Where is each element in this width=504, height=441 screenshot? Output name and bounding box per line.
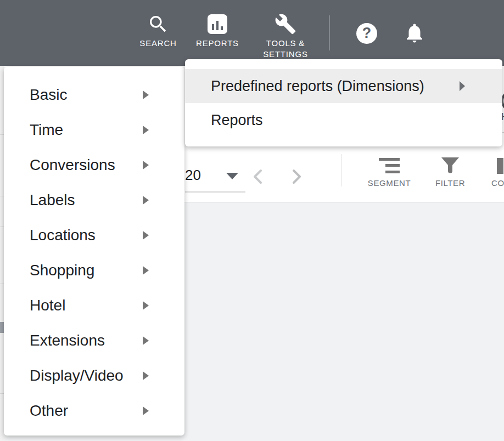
- chevron-right-icon: [289, 168, 304, 185]
- previous-page-button[interactable]: [247, 166, 269, 188]
- columns-button[interactable]: COLUMNS: [491, 156, 504, 188]
- filter-label: FILTER: [428, 178, 472, 188]
- menu-item-label: Predefined reports (Dimensions): [211, 78, 424, 95]
- nav-reports[interactable]: REPORTS: [190, 11, 245, 49]
- menu-item-label: Labels: [30, 191, 75, 209]
- menu-item-locations[interactable]: Locations: [4, 218, 184, 253]
- nav-reports-label: REPORTS: [196, 38, 239, 49]
- rows-per-page-value: 20: [185, 167, 201, 184]
- menu-item-basic[interactable]: Basic: [4, 77, 184, 112]
- submenu-arrow-icon: [143, 336, 149, 345]
- bar-chart-icon: [208, 11, 227, 37]
- submenu-arrow-icon: [143, 161, 149, 169]
- submenu-arrow-icon: [460, 81, 465, 91]
- rows-per-page-select[interactable]: 20: [185, 163, 247, 193]
- submenu-arrow-icon: [143, 406, 149, 415]
- submenu-arrow-icon: [143, 266, 149, 275]
- dimensions-flyout-menu: Basic Time Conversions Labels Locations …: [4, 67, 184, 436]
- menu-item-label: Time: [30, 121, 63, 139]
- menu-item-conversions[interactable]: Conversions: [4, 148, 184, 183]
- segment-button[interactable]: SEGMENT: [367, 156, 412, 188]
- menu-item-label: Locations: [30, 227, 96, 244]
- nav-tools-settings[interactable]: TOOLS & SETTINGS: [248, 11, 323, 59]
- submenu-arrow-icon: [143, 231, 149, 240]
- menu-item-label: Basic: [30, 86, 67, 104]
- toolbar-divider: [341, 154, 341, 186]
- search-icon: [147, 11, 169, 37]
- menu-item-label: Extensions: [30, 332, 105, 349]
- topbar-divider: [329, 15, 330, 50]
- segment-label: SEGMENT: [367, 178, 412, 188]
- filter-button[interactable]: FILTER: [428, 156, 472, 188]
- menu-item-labels[interactable]: Labels: [4, 183, 184, 218]
- notifications-button[interactable]: [403, 21, 426, 47]
- menu-item-time[interactable]: Time: [4, 112, 184, 148]
- columns-label: COLUMNS: [491, 178, 504, 188]
- submenu-arrow-icon: [143, 91, 149, 99]
- question-mark-icon: ?: [362, 25, 372, 42]
- menu-item-hotel[interactable]: Hotel: [4, 288, 184, 323]
- next-page-button[interactable]: [285, 166, 307, 188]
- columns-icon: [497, 158, 503, 174]
- segment-icon: [379, 158, 400, 174]
- dropdown-caret-icon: [226, 173, 238, 179]
- submenu-arrow-icon: [143, 371, 149, 380]
- menu-item-label: Display/Video: [30, 367, 124, 385]
- menu-item-predefined-reports[interactable]: Predefined reports (Dimensions): [185, 69, 502, 103]
- chevron-left-icon: [251, 168, 265, 185]
- filter-icon: [440, 156, 460, 174]
- nav-tools-settings-label: TOOLS & SETTINGS: [248, 38, 323, 59]
- top-app-bar: SEARCH REPORTS TOOLS & SETTINGS ?: [0, 0, 504, 66]
- menu-item-extensions[interactable]: Extensions: [4, 323, 184, 358]
- menu-item-reports[interactable]: Reports: [185, 103, 502, 137]
- submenu-arrow-icon: [143, 126, 149, 134]
- menu-item-label: Reports: [211, 112, 263, 129]
- nav-search[interactable]: SEARCH: [131, 11, 186, 49]
- select-underline: [185, 191, 245, 193]
- nav-search-label: SEARCH: [139, 38, 176, 49]
- menu-item-display-video[interactable]: Display/Video: [4, 358, 184, 393]
- reports-dropdown-menu: Predefined reports (Dimensions) Reports: [185, 59, 502, 146]
- bell-icon: [403, 21, 426, 45]
- submenu-arrow-icon: [143, 196, 149, 205]
- menu-item-label: Shopping: [30, 262, 94, 279]
- menu-item-label: Conversions: [30, 156, 115, 174]
- menu-item-label: Other: [30, 402, 68, 420]
- help-button[interactable]: ?: [356, 23, 377, 44]
- google-ads-screen: 20 SEGMENT FILTER COLUMNS H: [0, 0, 504, 441]
- menu-item-label: Hotel: [30, 297, 65, 314]
- submenu-arrow-icon: [143, 301, 149, 310]
- wrench-icon: [275, 11, 296, 37]
- menu-item-shopping[interactable]: Shopping: [4, 253, 184, 288]
- menu-item-other[interactable]: Other: [4, 393, 184, 428]
